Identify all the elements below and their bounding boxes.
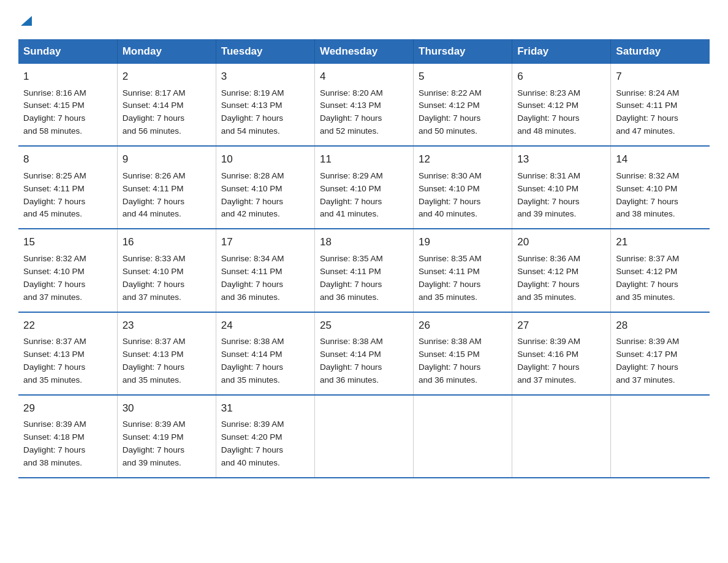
day-number: 14	[616, 151, 705, 167]
calendar-cell: 27Sunrise: 8:39 AMSunset: 4:16 PMDayligh…	[512, 312, 611, 395]
header-friday: Friday	[512, 39, 611, 64]
calendar-cell: 23Sunrise: 8:37 AMSunset: 4:13 PMDayligh…	[117, 312, 216, 395]
day-info: Sunrise: 8:38 AMSunset: 4:15 PMDaylight:…	[419, 335, 507, 387]
svg-marker-0	[21, 16, 32, 26]
calendar-cell	[512, 395, 611, 478]
day-number: 19	[419, 234, 507, 250]
calendar-cell: 3Sunrise: 8:19 AMSunset: 4:13 PMDaylight…	[216, 64, 314, 146]
day-number: 5	[419, 69, 507, 85]
calendar-cell: 21Sunrise: 8:37 AMSunset: 4:12 PMDayligh…	[611, 229, 710, 312]
calendar-cell: 25Sunrise: 8:38 AMSunset: 4:14 PMDayligh…	[314, 312, 413, 395]
calendar-cell: 22Sunrise: 8:37 AMSunset: 4:13 PMDayligh…	[18, 312, 117, 395]
day-info: Sunrise: 8:28 AMSunset: 4:10 PMDaylight:…	[221, 170, 309, 221]
day-number: 15	[23, 234, 112, 250]
day-number: 11	[320, 151, 408, 167]
calendar-week-5: 29Sunrise: 8:39 AMSunset: 4:18 PMDayligh…	[18, 395, 710, 478]
day-info: Sunrise: 8:37 AMSunset: 4:12 PMDaylight:…	[616, 253, 705, 304]
day-number: 26	[419, 318, 507, 334]
day-number: 21	[616, 234, 705, 250]
day-info: Sunrise: 8:24 AMSunset: 4:11 PMDaylight:…	[616, 87, 705, 139]
day-number: 27	[517, 318, 605, 334]
day-info: Sunrise: 8:31 AMSunset: 4:10 PMDaylight:…	[517, 170, 605, 221]
day-info: Sunrise: 8:36 AMSunset: 4:12 PMDaylight:…	[517, 253, 605, 304]
day-number: 30	[123, 400, 211, 416]
header-wednesday: Wednesday	[314, 39, 413, 64]
day-info: Sunrise: 8:39 AMSunset: 4:19 PMDaylight:…	[123, 418, 211, 470]
day-number: 7	[616, 69, 705, 85]
calendar-cell	[611, 395, 710, 478]
day-info: Sunrise: 8:39 AMSunset: 4:16 PMDaylight:…	[517, 335, 605, 387]
calendar-cell: 8Sunrise: 8:25 AMSunset: 4:11 PMDaylight…	[18, 146, 117, 229]
day-info: Sunrise: 8:23 AMSunset: 4:12 PMDaylight:…	[517, 87, 605, 139]
calendar-cell: 9Sunrise: 8:26 AMSunset: 4:11 PMDaylight…	[117, 146, 216, 229]
day-info: Sunrise: 8:35 AMSunset: 4:11 PMDaylight:…	[320, 253, 408, 304]
calendar-cell: 6Sunrise: 8:23 AMSunset: 4:12 PMDaylight…	[512, 64, 611, 146]
logo	[18, 12, 33, 27]
day-number: 12	[419, 151, 507, 167]
header-sunday: Sunday	[18, 39, 117, 64]
calendar-cell: 2Sunrise: 8:17 AMSunset: 4:14 PMDaylight…	[117, 64, 216, 146]
calendar-cell: 14Sunrise: 8:32 AMSunset: 4:10 PMDayligh…	[611, 146, 710, 229]
day-number: 10	[221, 151, 309, 167]
day-number: 2	[123, 69, 211, 85]
day-number: 29	[23, 400, 112, 416]
calendar-cell: 13Sunrise: 8:31 AMSunset: 4:10 PMDayligh…	[512, 146, 611, 229]
calendar-cell: 15Sunrise: 8:32 AMSunset: 4:10 PMDayligh…	[18, 229, 117, 312]
day-info: Sunrise: 8:25 AMSunset: 4:11 PMDaylight:…	[23, 170, 112, 221]
calendar-table: SundayMondayTuesdayWednesdayThursdayFrid…	[18, 39, 710, 478]
calendar-cell: 1Sunrise: 8:16 AMSunset: 4:15 PMDaylight…	[18, 64, 117, 146]
calendar-cell: 26Sunrise: 8:38 AMSunset: 4:15 PMDayligh…	[414, 312, 512, 395]
day-number: 1	[23, 69, 112, 85]
day-info: Sunrise: 8:26 AMSunset: 4:11 PMDaylight:…	[123, 170, 211, 221]
day-number: 4	[320, 69, 408, 85]
day-number: 6	[517, 69, 605, 85]
day-info: Sunrise: 8:20 AMSunset: 4:13 PMDaylight:…	[320, 87, 408, 139]
header-tuesday: Tuesday	[216, 39, 314, 64]
day-info: Sunrise: 8:32 AMSunset: 4:10 PMDaylight:…	[23, 253, 112, 304]
day-info: Sunrise: 8:33 AMSunset: 4:10 PMDaylight:…	[123, 253, 211, 304]
day-info: Sunrise: 8:37 AMSunset: 4:13 PMDaylight:…	[23, 335, 112, 387]
calendar-week-3: 15Sunrise: 8:32 AMSunset: 4:10 PMDayligh…	[18, 229, 710, 312]
day-info: Sunrise: 8:39 AMSunset: 4:17 PMDaylight:…	[616, 335, 705, 387]
calendar-cell	[414, 395, 512, 478]
calendar-cell: 29Sunrise: 8:39 AMSunset: 4:18 PMDayligh…	[18, 395, 117, 478]
day-info: Sunrise: 8:19 AMSunset: 4:13 PMDaylight:…	[221, 87, 309, 139]
day-number: 13	[517, 151, 605, 167]
day-number: 3	[221, 69, 309, 85]
header-thursday: Thursday	[414, 39, 512, 64]
day-info: Sunrise: 8:37 AMSunset: 4:13 PMDaylight:…	[123, 335, 211, 387]
calendar-cell: 17Sunrise: 8:34 AMSunset: 4:11 PMDayligh…	[216, 229, 314, 312]
calendar-week-4: 22Sunrise: 8:37 AMSunset: 4:13 PMDayligh…	[18, 312, 710, 395]
page-header	[18, 12, 710, 27]
calendar-cell: 30Sunrise: 8:39 AMSunset: 4:19 PMDayligh…	[117, 395, 216, 478]
day-info: Sunrise: 8:39 AMSunset: 4:18 PMDaylight:…	[23, 418, 112, 470]
day-info: Sunrise: 8:32 AMSunset: 4:10 PMDaylight:…	[616, 170, 705, 221]
calendar-body: 1Sunrise: 8:16 AMSunset: 4:15 PMDaylight…	[18, 64, 710, 478]
calendar-week-2: 8Sunrise: 8:25 AMSunset: 4:11 PMDaylight…	[18, 146, 710, 229]
calendar-cell: 16Sunrise: 8:33 AMSunset: 4:10 PMDayligh…	[117, 229, 216, 312]
day-number: 31	[221, 400, 309, 416]
day-number: 18	[320, 234, 408, 250]
calendar-cell: 5Sunrise: 8:22 AMSunset: 4:12 PMDaylight…	[414, 64, 512, 146]
day-number: 25	[320, 318, 408, 334]
calendar-cell: 20Sunrise: 8:36 AMSunset: 4:12 PMDayligh…	[512, 229, 611, 312]
day-info: Sunrise: 8:16 AMSunset: 4:15 PMDaylight:…	[23, 87, 112, 139]
day-info: Sunrise: 8:38 AMSunset: 4:14 PMDaylight:…	[320, 335, 408, 387]
day-number: 9	[123, 151, 211, 167]
day-number: 16	[123, 234, 211, 250]
calendar-week-1: 1Sunrise: 8:16 AMSunset: 4:15 PMDaylight…	[18, 64, 710, 146]
calendar-cell: 12Sunrise: 8:30 AMSunset: 4:10 PMDayligh…	[414, 146, 512, 229]
calendar-cell: 19Sunrise: 8:35 AMSunset: 4:11 PMDayligh…	[414, 229, 512, 312]
calendar-cell: 7Sunrise: 8:24 AMSunset: 4:11 PMDaylight…	[611, 64, 710, 146]
calendar-cell: 18Sunrise: 8:35 AMSunset: 4:11 PMDayligh…	[314, 229, 413, 312]
day-number: 22	[23, 318, 112, 334]
calendar-cell: 11Sunrise: 8:29 AMSunset: 4:10 PMDayligh…	[314, 146, 413, 229]
calendar-cell: 24Sunrise: 8:38 AMSunset: 4:14 PMDayligh…	[216, 312, 314, 395]
calendar-cell: 31Sunrise: 8:39 AMSunset: 4:20 PMDayligh…	[216, 395, 314, 478]
calendar-cell: 28Sunrise: 8:39 AMSunset: 4:17 PMDayligh…	[611, 312, 710, 395]
day-info: Sunrise: 8:38 AMSunset: 4:14 PMDaylight:…	[221, 335, 309, 387]
logo-triangle-icon	[20, 13, 33, 27]
calendar-header: SundayMondayTuesdayWednesdayThursdayFrid…	[18, 39, 710, 64]
header-monday: Monday	[117, 39, 216, 64]
day-info: Sunrise: 8:29 AMSunset: 4:10 PMDaylight:…	[320, 170, 408, 221]
